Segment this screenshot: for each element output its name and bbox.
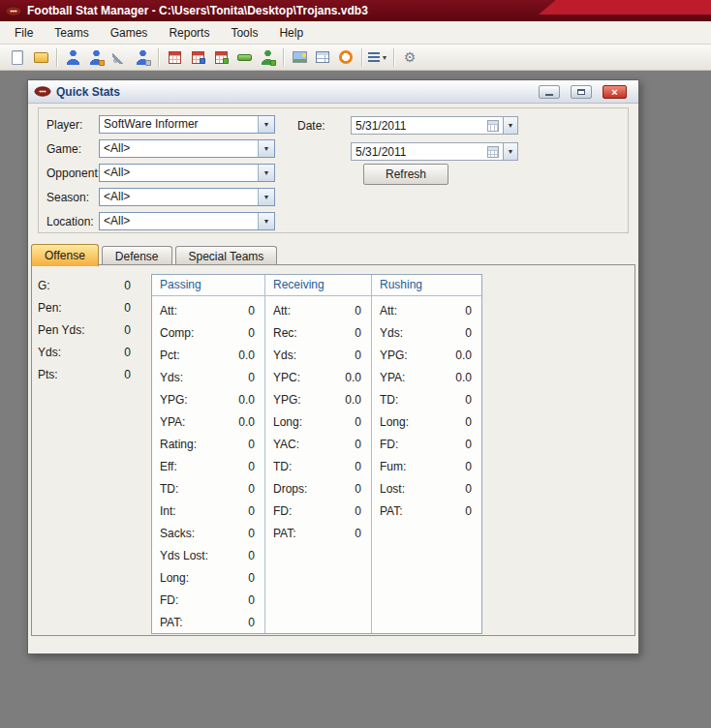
filter-row-season: Season:<All>▼ <box>46 188 275 206</box>
combo-dropdown-button[interactable]: ▼ <box>258 116 274 133</box>
print-player-icon[interactable] <box>132 46 153 68</box>
add-player-icon[interactable] <box>257 46 278 68</box>
stat-label: PAT: <box>273 527 296 540</box>
stat-row-passing-yds: Yds:0 <box>152 366 264 388</box>
stat-value: 0 <box>355 527 361 540</box>
stat-row-passing-pct: Pct:0.0 <box>152 344 264 366</box>
combo-dropdown-button[interactable]: ▼ <box>258 189 274 205</box>
date-to-dropdown[interactable]: ▼ <box>504 142 518 161</box>
stat-row-receiving-yac: YAC:0 <box>265 433 371 455</box>
new-glyph <box>12 50 23 65</box>
timer-glyph <box>339 50 353 64</box>
filter-label-game: Game: <box>46 142 99 156</box>
menu-item-file[interactable]: File <box>4 22 44 44</box>
filter-combo-game[interactable]: <All>▼ <box>99 139 275 158</box>
stat-row-passing-sacks: Sacks:0 <box>152 522 264 544</box>
menu-item-help[interactable]: Help <box>268 22 314 44</box>
export-grid-icon[interactable] <box>210 46 232 68</box>
close-button[interactable]: × <box>603 85 627 99</box>
tab-special-teams[interactable]: Special Teams <box>175 246 278 265</box>
stat-value: 0.0 <box>345 371 361 384</box>
stat-value: 0 <box>248 593 255 607</box>
stat-label: YPC: <box>273 371 300 384</box>
dropdown-caret-icon: ▼ <box>382 54 388 61</box>
window-controls: × <box>539 85 627 99</box>
toolbar-separator <box>361 48 362 67</box>
stat-row-rushing-ypg: YPG:0.0 <box>372 344 481 366</box>
stat-row-passing-ypg: YPG:0.0 <box>152 388 264 410</box>
filter-combo-location[interactable]: <All>▼ <box>99 212 275 230</box>
settings-gear-icon[interactable]: ⚙ <box>399 46 420 68</box>
stat-label: Long: <box>380 415 409 429</box>
new-icon[interactable] <box>7 46 28 68</box>
photo-icon[interactable] <box>289 46 310 68</box>
filter-combo-season[interactable]: <All>▼ <box>99 188 275 206</box>
toolbar: ▼⚙ <box>0 45 711 71</box>
maximize-icon <box>577 89 585 95</box>
edit-player-icon[interactable] <box>85 46 107 68</box>
general-stat-row-g: G:0 <box>38 274 131 296</box>
icon-badge <box>223 58 229 64</box>
stat-label: G: <box>38 279 50 292</box>
combo-dropdown-button[interactable]: ▼ <box>258 213 274 229</box>
filter-row-player: Player:SoftWare Informer▼ <box>46 115 275 134</box>
combo-dropdown-button[interactable]: ▼ <box>258 140 274 157</box>
menu-item-teams[interactable]: Teams <box>44 22 99 44</box>
filter-label-season: Season: <box>46 191 99 204</box>
date-from-value: 5/31/2011 <box>356 119 487 133</box>
players-icon[interactable] <box>62 46 83 68</box>
roster-grid-icon[interactable] <box>187 46 208 68</box>
maximize-button[interactable] <box>571 85 592 99</box>
stat-value: 0 <box>465 504 472 518</box>
menu-item-reports[interactable]: Reports <box>158 22 220 44</box>
open-icon[interactable] <box>30 46 51 68</box>
tools-wrench-icon[interactable] <box>108 46 130 68</box>
timer-icon[interactable] <box>335 46 356 68</box>
refresh-button[interactable]: Refresh <box>363 164 448 185</box>
menu-bar: FileTeamsGamesReportsToolsHelp <box>0 21 711 45</box>
stat-column-receiving: ReceivingAtt:0Rec:0Yds:0YPC:0.0YPG:0.0Lo… <box>265 275 372 633</box>
filter-combo-opponent[interactable]: <All>▼ <box>99 164 275 182</box>
football-icon <box>34 86 51 97</box>
general-stat-row-pen-yds: Pen Yds:0 <box>38 318 131 341</box>
stat-label: Att: <box>380 304 397 318</box>
dialog-titlebar[interactable]: Quick Stats × <box>28 80 638 104</box>
stat-row-rushing-lost: Lost:0 <box>372 477 481 500</box>
stat-label: Yds: <box>38 346 61 359</box>
stat-value: 0 <box>248 616 255 629</box>
stat-value: 0 <box>124 301 131 315</box>
application-window: Football Stat Manager - C:\Users\Tonita\… <box>0 0 711 728</box>
schedule-grid-icon[interactable] <box>164 46 185 68</box>
offense-panel: G:0Pen:0Pen Yds:0Yds:0Pts:0 PassingAtt:0… <box>31 264 635 636</box>
stat-value: 0 <box>248 482 255 496</box>
field-icon[interactable] <box>233 46 255 68</box>
icon-badge <box>270 60 276 66</box>
stat-label: Sacks: <box>160 527 195 540</box>
stat-row-receiving-ypc: YPC:0.0 <box>265 366 371 388</box>
date-from-field[interactable]: 5/31/2011 <box>351 116 504 135</box>
open-glyph <box>34 52 48 63</box>
date-to-field[interactable]: 5/31/2011 <box>351 142 504 161</box>
menu-item-tools[interactable]: Tools <box>220 22 268 44</box>
stat-label: Int: <box>160 504 176 518</box>
menu-item-games[interactable]: Games <box>100 22 159 44</box>
stat-row-rushing-yds: Yds:0 <box>372 321 481 344</box>
stats-table-icon[interactable] <box>312 46 333 68</box>
minimize-button[interactable] <box>539 85 560 99</box>
stat-value: 0 <box>248 571 255 585</box>
stat-value: 0 <box>248 438 255 451</box>
view-list-icon[interactable]: ▼ <box>367 46 388 68</box>
stat-value: 0.0 <box>455 371 472 384</box>
stat-value: 0.0 <box>238 349 255 362</box>
stat-column-rushing: RushingAtt:0Yds:0YPG:0.0YPA:0.0TD:0Long:… <box>372 275 481 633</box>
stat-row-receiving-fd: FD:0 <box>265 500 371 522</box>
date-label: Date: <box>297 119 351 133</box>
tab-offense[interactable]: Offense <box>31 244 99 266</box>
combo-value-player: SoftWare Informer <box>100 116 258 133</box>
date-to-row: 5/31/2011 ▼ <box>297 142 518 161</box>
date-from-dropdown[interactable]: ▼ <box>504 116 518 135</box>
stat-row-receiving-td: TD:0 <box>265 455 371 477</box>
tab-defense[interactable]: Defense <box>102 246 172 265</box>
filter-combo-player[interactable]: SoftWare Informer▼ <box>99 115 275 134</box>
combo-dropdown-button[interactable]: ▼ <box>258 165 274 181</box>
